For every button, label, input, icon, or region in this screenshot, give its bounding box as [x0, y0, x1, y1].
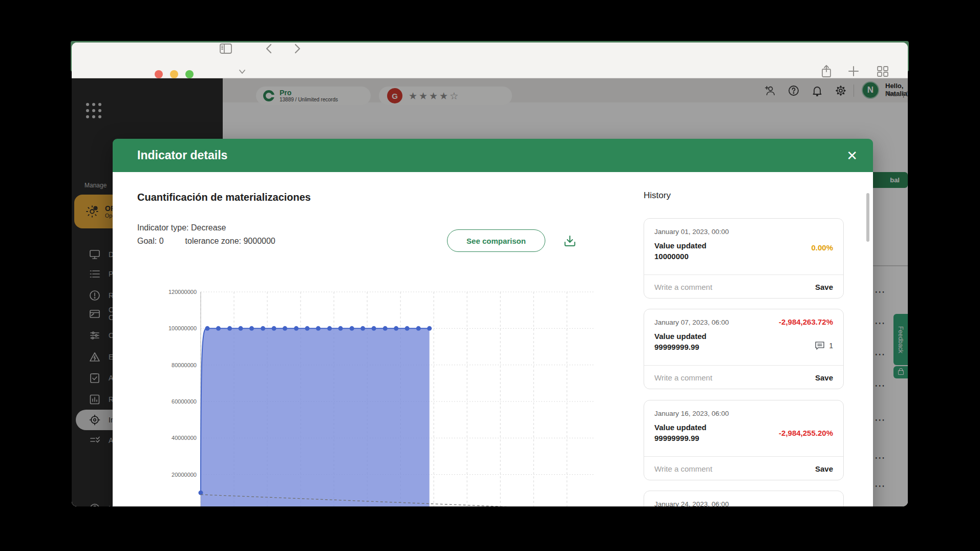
back-button[interactable]: [265, 43, 272, 55]
svg-text:20000000: 20000000: [172, 472, 197, 478]
history-card: January 24, 2023, 06:00 Value updated -2…: [644, 491, 844, 506]
modal-body: Cuantificación de materializaciones Indi…: [113, 172, 873, 506]
history-date: January 16, 2023, 06:00: [654, 410, 729, 417]
share-icon[interactable]: [820, 65, 833, 79]
history-value: 10000000: [654, 251, 707, 262]
save-button[interactable]: Save: [815, 464, 833, 473]
download-icon[interactable]: [563, 235, 577, 248]
modal-title: Indicator details: [137, 149, 227, 162]
indicator-details-modal: Indicator details ✕ Cuantificación de ma…: [113, 139, 873, 506]
sidebar-toggle-icon[interactable]: [219, 43, 232, 55]
history-percent: -2,984,263.72%: [779, 317, 833, 326]
history-comment-row: Write a comment Save: [644, 365, 843, 390]
browser-toolbar: [72, 43, 908, 78]
comment-count-value: 1: [829, 342, 833, 350]
comment-bubble-icon: [815, 341, 825, 350]
history-value: 99999999.99: [654, 342, 707, 352]
history-comment-row: Write a comment Save: [644, 274, 843, 299]
history-card: January 16, 2023, 06:00 Value updated 99…: [644, 400, 844, 480]
history-action: Value updated 99999999.99: [654, 331, 707, 352]
tab-overview-button[interactable]: [877, 66, 889, 77]
comment-input[interactable]: Write a comment: [654, 464, 712, 473]
area-chart: 0200000004000000060000000800000001000000…: [164, 286, 604, 506]
close-window-button[interactable]: [155, 70, 163, 78]
forward-button[interactable]: [294, 43, 301, 55]
history-date: January 24, 2023, 06:00: [654, 500, 729, 506]
see-comparison-button[interactable]: See comparison: [447, 229, 545, 252]
minimize-window-button[interactable]: [170, 70, 178, 78]
history-title: History: [644, 190, 671, 201]
svg-text:120000000: 120000000: [168, 289, 197, 295]
close-icon[interactable]: ✕: [846, 149, 858, 162]
comment-count[interactable]: 1: [815, 341, 833, 350]
history-action: Value updated 10000000: [654, 240, 707, 262]
history-action: Value updated 99999999.99: [654, 422, 707, 443]
new-tab-button[interactable]: [848, 66, 859, 77]
indicator-type: Indicator type: Decrease: [137, 223, 226, 232]
see-comparison-label: See comparison: [466, 237, 526, 245]
history-value: 99999999.99: [654, 433, 707, 443]
indicator-chart: 0200000004000000060000000800000001000000…: [164, 286, 604, 506]
save-button[interactable]: Save: [815, 373, 833, 382]
tolerance-value: tolerance zone: 9000000: [185, 237, 275, 246]
history-percent: -2,984,255.20%: [779, 429, 833, 437]
history-comment-row: Write a comment Save: [644, 456, 843, 481]
browser-window: Pro 13889 / Unlimited records G ★★★★☆ N …: [72, 43, 908, 506]
history-card: January 01, 2023, 00:00 Value updated 10…: [644, 218, 844, 299]
indicator-title: Cuantificación de materializaciones: [137, 192, 311, 203]
modal-header: Indicator details ✕: [113, 139, 873, 172]
history-date: January 07, 2023, 06:00: [654, 319, 729, 326]
indicator-goal-row: Goal: 0 tolerance zone: 9000000: [137, 237, 275, 246]
save-button[interactable]: Save: [815, 283, 833, 291]
svg-text:40000000: 40000000: [172, 435, 197, 441]
comment-input[interactable]: Write a comment: [654, 373, 712, 382]
comment-input[interactable]: Write a comment: [654, 283, 712, 291]
zoom-window-button[interactable]: [185, 70, 194, 78]
history-scrollbar[interactable]: [866, 193, 869, 242]
history-date: January 01, 2023, 00:00: [654, 228, 729, 236]
app-page: Pro 13889 / Unlimited records G ★★★★☆ N …: [72, 78, 908, 506]
history-percent: 0.00%: [811, 243, 833, 252]
toolbar-chevron-down-icon[interactable]: [239, 69, 246, 74]
svg-text:60000000: 60000000: [172, 398, 197, 405]
goal-value: Goal: 0: [137, 237, 164, 246]
svg-text:100000000: 100000000: [168, 325, 197, 331]
svg-text:80000000: 80000000: [172, 362, 197, 368]
history-card: January 07, 2023, 06:00 -2,984,263.72% V…: [644, 309, 844, 389]
